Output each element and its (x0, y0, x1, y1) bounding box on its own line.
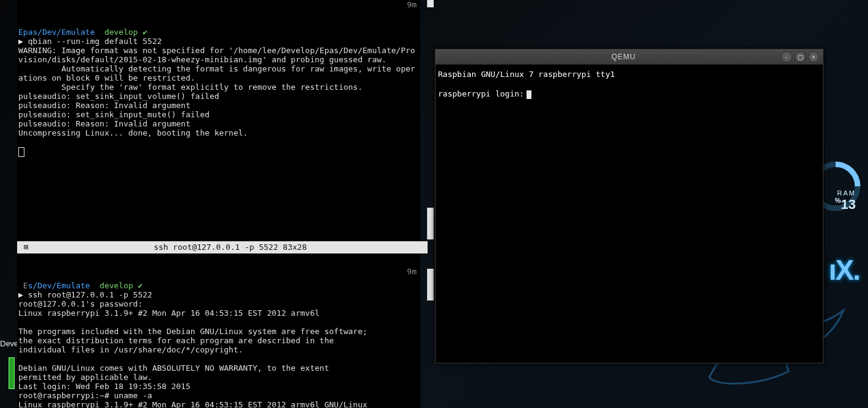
cursor (18, 147, 24, 157)
term-line: permitted by applicable law. (18, 373, 152, 382)
term-line: individual files in /usr/share/doc/*/cop… (18, 345, 243, 354)
term-line: root@127.0.0.1's password: (18, 299, 143, 308)
git-status-mark: ✔ (143, 27, 148, 37)
scrollbar-stub[interactable] (427, 269, 434, 301)
desktop-brand-fragment: ıX. (829, 253, 859, 286)
tmux-title: ssh root@127.0.0.1 -p 5522 83x28 (33, 241, 428, 253)
shell-prompt: root@raspberrypi:~# (18, 391, 114, 400)
term-line: Automatically detecting the format is da… (18, 64, 415, 73)
tmux-status-bar[interactable]: ⊞ ssh root@127.0.0.1 -p 5522 83x28 (17, 241, 428, 253)
term-line: pulseaudio: set_sink_input_mute() failed (18, 110, 210, 119)
ram-value: 13 (841, 197, 856, 212)
close-button[interactable]: × (808, 51, 819, 62)
desktop-left-bar (9, 357, 15, 389)
scrollbar-stub[interactable] (427, 208, 434, 239)
minimize-button[interactable]: ‐ (781, 51, 792, 62)
term-line: Specify the 'raw' format explicitly to r… (18, 82, 363, 92)
terminal-column: Epas/Dev/Emulate develop ✔ ▶ qbian --run… (17, 0, 428, 408)
term-line: pulseaudio: set_sink_input_volume() fail… (18, 92, 219, 101)
qemu-line: raspberrypi login: (438, 89, 524, 98)
elapsed-time: 9m (407, 267, 417, 276)
term-line: Linux raspberrypi 3.1.9+ #2 Mon Apr 16 0… (18, 400, 367, 408)
term-line: WARNING: Image format was not specified … (18, 46, 415, 55)
terminal-top[interactable]: Epas/Dev/Emulate develop ✔ ▶ qbian --run… (17, 0, 420, 241)
ram-pct-sign: % (835, 197, 841, 204)
elapsed-time: 9m (407, 0, 417, 9)
term-line: Uncompressing Linux... done, booting the… (18, 128, 248, 137)
git-status-mark: ✔ (138, 281, 143, 290)
desktop-left-tag: Deve (0, 339, 18, 348)
desktop: RAM %13 ıX. Deve Epas/Dev/Emulate develo… (0, 0, 868, 408)
prompt-arrow: ▶ (18, 290, 28, 299)
scrollbar-stub[interactable] (427, 0, 434, 7)
git-branch: develop (100, 281, 133, 290)
top-command: qbian --run-img default 5522 (28, 37, 162, 46)
prompt-arrow: ▶ (18, 37, 28, 46)
cursor (527, 90, 531, 99)
qemu-window[interactable]: QEMU ‐ ▢ × Raspbian GNU/Linux 7 raspberr… (435, 49, 823, 363)
qemu-line: Raspbian GNU/Linux 7 raspberrypi tty1 (438, 70, 615, 79)
ram-label: RAM (835, 189, 856, 197)
path-segment: s/Dev/Emulate (28, 281, 90, 290)
git-branch: develop (104, 27, 138, 37)
term-line: Last login: Wed Feb 18 19:35:58 2015 (18, 382, 191, 391)
term-line: Linux raspberrypi 3.1.9+ #2 Mon Apr 16 0… (18, 308, 319, 318)
qemu-titlebar[interactable]: QEMU ‐ ▢ × (436, 49, 823, 65)
ram-label-block: RAM %13 (835, 189, 856, 213)
term-line: pulseaudio: Reason: Invalid argument (18, 101, 191, 110)
tmux-pane-icon: ⊞ (20, 241, 33, 253)
term-line: vision/disks/default/2015-02-18-wheezy-m… (18, 55, 387, 64)
qemu-title: QEMU (466, 53, 781, 61)
term-line: pulseaudio: Reason: Invalid argument (18, 119, 191, 128)
maximize-button[interactable]: ▢ (795, 51, 806, 62)
path-segment-dim: E (18, 281, 28, 290)
path-segment: Epas/Dev/Emulate (18, 27, 95, 37)
term-line: the exact distribution terms for each pr… (18, 336, 334, 345)
term-line: The programs included with the Debian GN… (18, 327, 367, 336)
term-line: Debian GNU/Linux comes with ABSOLUTELY N… (18, 363, 329, 373)
terminal-bottom[interactable]: Es/Dev/Emulate develop ✔ ▶ ssh root@127.… (17, 253, 420, 408)
bottom-command: ssh root@127.0.0.1 -p 5522 (28, 290, 153, 299)
shell-cmd: uname -a (114, 391, 153, 400)
qemu-console[interactable]: Raspbian GNU/Linux 7 raspberrypi tty1 ra… (436, 65, 823, 104)
term-line: ations on block 0 will be restricted. (18, 73, 195, 82)
